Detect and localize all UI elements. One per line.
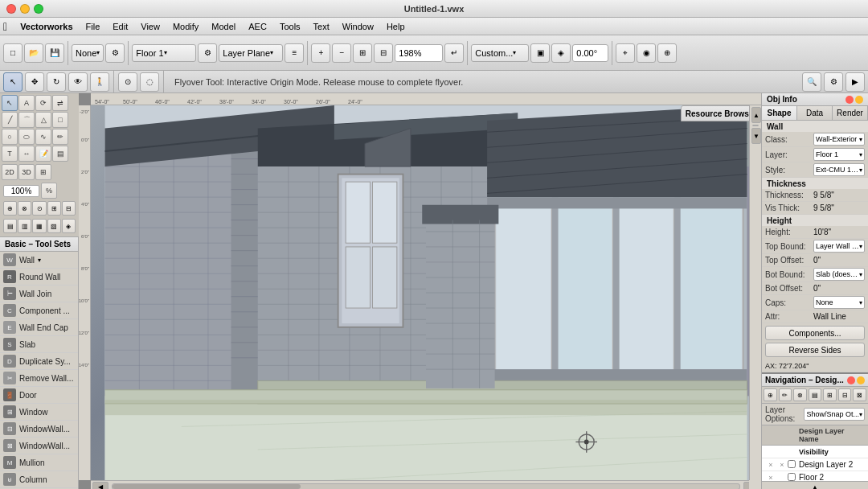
snap3-btn[interactable]: ⊙ xyxy=(32,201,46,216)
save-btn[interactable]: 💾 xyxy=(45,43,64,63)
nav-btn5[interactable]: ⊞ xyxy=(823,388,837,401)
tool-item-wall[interactable]: W Wall ▾ xyxy=(0,252,78,269)
class-vis-btn[interactable]: ◉ xyxy=(637,43,656,63)
custom-dropdown[interactable]: Custom... ▾ xyxy=(471,44,529,62)
obj-close-btn[interactable] xyxy=(845,96,854,104)
nav-close-btn[interactable] xyxy=(847,376,855,384)
nav-btn1[interactable]: ⊕ xyxy=(764,388,777,401)
hatch-tool-btn[interactable]: ▤ xyxy=(52,146,68,162)
settings-icon[interactable]: ⚙ xyxy=(824,72,843,92)
layer-eye-floor2[interactable]: × xyxy=(765,474,776,482)
menu-app[interactable]: Vectorworks xyxy=(14,20,79,33)
dim-tool-btn[interactable]: ↔ xyxy=(18,146,35,162)
vertical-scrollbar[interactable]: ▲ ▼ xyxy=(749,105,761,480)
tool-item-mullion[interactable]: M Mullion xyxy=(0,454,78,471)
maximize-button[interactable] xyxy=(34,4,43,14)
circle-tool-btn[interactable]: ○ xyxy=(2,129,18,145)
menu-modify[interactable]: Modify xyxy=(166,20,205,33)
caps-dropdown[interactable]: None ▾ xyxy=(813,296,865,309)
close-button[interactable] xyxy=(6,4,16,14)
pointer-tool-btn[interactable]: ↖ xyxy=(3,72,23,92)
menu-model[interactable]: Model xyxy=(205,20,242,33)
snap4-btn[interactable]: ⊞ xyxy=(47,201,61,216)
layer-check-design2[interactable] xyxy=(788,460,799,470)
snap-btn[interactable]: ⌖ xyxy=(616,43,635,63)
nav-right-btn[interactable]: ▶ xyxy=(845,72,865,92)
nav-layer-options-dropdown[interactable]: Show/Snap Ot... ▾ xyxy=(804,408,865,421)
scroll-track-v[interactable] xyxy=(752,125,759,126)
search-icon[interactable]: 🔍 xyxy=(802,72,821,92)
snap5-btn[interactable]: ⊟ xyxy=(62,201,76,216)
menu-tools[interactable]: Tools xyxy=(273,20,307,33)
rotate-tool-btn[interactable]: ↻ xyxy=(47,72,66,92)
layer-dropdown[interactable]: None ▾ xyxy=(72,44,104,62)
menu-help[interactable]: Help xyxy=(380,20,411,33)
zoom-out-btn[interactable]: − xyxy=(332,43,351,63)
tool-item-round-wall[interactable]: R Round Wall xyxy=(0,269,78,286)
zoom-apply-btn[interactable]: ↵ xyxy=(444,43,464,63)
menu-window[interactable]: Window xyxy=(336,20,380,33)
nav-collapse-btn[interactable]: ▲ xyxy=(762,481,868,489)
select-tool-btn[interactable]: ↖ xyxy=(2,95,18,111)
view-dropdown[interactable]: Floor 1 ▾ xyxy=(132,44,196,62)
pan-tool-btn[interactable]: ✥ xyxy=(25,72,44,92)
plane-dropdown[interactable]: Layer Plane ▾ xyxy=(219,44,283,62)
open-btn[interactable]: 📂 xyxy=(24,43,43,63)
tool-item-wall-join[interactable]: ⊢ Wall Join xyxy=(0,286,78,302)
scroll-down-btn[interactable]: ▼ xyxy=(751,128,761,144)
mode-3d-btn[interactable]: 3D xyxy=(18,164,35,180)
set-plane-btn[interactable]: ≡ xyxy=(285,43,304,63)
mode-2d-btn[interactable]: 2D xyxy=(2,164,18,180)
obj-min-btn[interactable] xyxy=(855,96,863,104)
3d-view-btn[interactable]: ▣ xyxy=(530,43,550,63)
opacity-btn[interactable]: % xyxy=(41,183,57,199)
bot-bound-dropdown[interactable]: Slab (doesn't e... ▾ xyxy=(813,268,865,281)
layer-row-floor2[interactable]: × Floor 2 xyxy=(762,471,868,481)
tab-shape[interactable]: Shape xyxy=(762,106,797,120)
menu-text[interactable]: Text xyxy=(307,20,336,33)
walkthrough-btn[interactable]: 🚶 xyxy=(90,72,109,92)
rect-tool-btn[interactable]: □ xyxy=(52,112,68,128)
menu-aec[interactable]: AEC xyxy=(242,20,273,33)
tool-item-duplicate-sy[interactable]: D Duplicate Sy... xyxy=(0,353,78,370)
view-options-btn[interactable]: ⚙ xyxy=(198,43,217,63)
fit-page-btn[interactable]: ⊟ xyxy=(374,43,393,63)
angle-input[interactable] xyxy=(572,44,608,62)
ellipse-tool-btn[interactable]: ⬭ xyxy=(18,129,35,145)
layer-eye-design2[interactable]: × xyxy=(765,461,776,469)
extra2-btn[interactable]: ▥ xyxy=(18,219,31,233)
render-btn[interactable]: ◈ xyxy=(551,43,571,63)
scroll-thumb-h[interactable] xyxy=(113,484,301,489)
menu-edit[interactable]: Edit xyxy=(106,20,134,33)
horizontal-scrollbar[interactable]: ◀ ▶ xyxy=(91,480,761,489)
menu-view[interactable]: View xyxy=(134,20,166,33)
class-dropdown[interactable]: Wall-Exterior ▾ xyxy=(813,133,865,146)
arc-tool-btn[interactable]: ⌒ xyxy=(18,112,35,128)
extra1-btn[interactable]: ▤ xyxy=(3,219,17,233)
nav-btn3[interactable]: ⊗ xyxy=(793,388,807,401)
mirror-btn[interactable]: ⇌ xyxy=(52,95,68,111)
nav-min-btn[interactable] xyxy=(857,376,865,384)
menu-file[interactable]: File xyxy=(80,20,107,33)
text-tool-btn[interactable]: T xyxy=(2,146,18,162)
snap2-btn[interactable]: ⊗ xyxy=(18,201,31,216)
layer-options-btn[interactable]: ⚙ xyxy=(105,43,125,63)
tool-item-window[interactable]: ⊞ Window xyxy=(0,404,78,421)
tab-render[interactable]: Render xyxy=(833,106,868,120)
scroll-up-btn[interactable]: ▲ xyxy=(751,107,761,123)
note-tool-btn[interactable]: 📝 xyxy=(35,146,51,162)
nav-btn6[interactable]: ⊟ xyxy=(838,388,852,401)
lasso-btn[interactable]: ◌ xyxy=(140,72,159,92)
attr-tool-btn[interactable]: A xyxy=(18,95,35,111)
tool-item-door[interactable]: 🚪 Door xyxy=(0,387,78,404)
extra5-btn[interactable]: ◈ xyxy=(62,219,76,233)
3d-viewport[interactable]: Resource Browser xyxy=(91,105,761,480)
apple-logo-icon[interactable]:  xyxy=(3,20,7,33)
layer-dropdown-obj[interactable]: Floor 1 ▾ xyxy=(813,148,865,161)
tool-item-remove-wall[interactable]: ✂ Remove Wall... xyxy=(0,370,78,387)
tab-data[interactable]: Data xyxy=(797,106,833,120)
layer-check-floor2[interactable] xyxy=(788,473,799,482)
line-tool-btn[interactable]: ╱ xyxy=(2,112,18,128)
tool-item-slab[interactable]: S Slab xyxy=(0,336,78,353)
layer-row-design2[interactable]: × × Design Layer 2 xyxy=(762,458,868,471)
